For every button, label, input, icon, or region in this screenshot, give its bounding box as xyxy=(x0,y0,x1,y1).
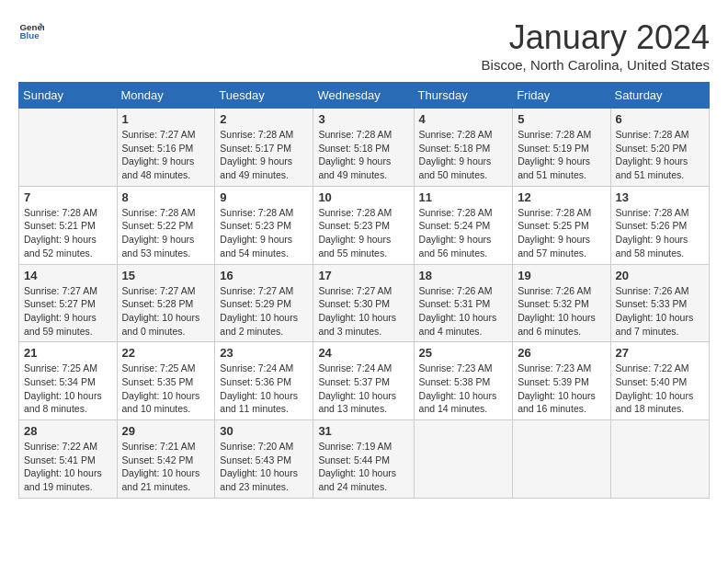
day-info: Sunrise: 7:23 AMSunset: 5:39 PMDaylight:… xyxy=(518,362,605,416)
logo-icon: General Blue xyxy=(18,18,44,44)
calendar-cell xyxy=(19,109,118,187)
calendar-week-row: 14Sunrise: 7:27 AMSunset: 5:27 PMDayligh… xyxy=(19,264,710,342)
calendar-cell: 12Sunrise: 7:28 AMSunset: 5:25 PMDayligh… xyxy=(513,186,610,264)
day-info: Sunrise: 7:28 AMSunset: 5:18 PMDaylight:… xyxy=(419,128,508,182)
day-info: Sunrise: 7:28 AMSunset: 5:26 PMDaylight:… xyxy=(616,206,704,260)
day-number: 8 xyxy=(122,190,210,204)
day-info: Sunrise: 7:21 AMSunset: 5:42 PMDaylight:… xyxy=(122,440,210,494)
calendar-cell: 16Sunrise: 7:27 AMSunset: 5:29 PMDayligh… xyxy=(215,264,313,342)
day-number: 21 xyxy=(24,346,112,360)
calendar-cell: 29Sunrise: 7:21 AMSunset: 5:42 PMDayligh… xyxy=(117,420,215,499)
day-info: Sunrise: 7:28 AMSunset: 5:25 PMDaylight:… xyxy=(518,206,605,260)
calendar-day-header: Friday xyxy=(513,83,610,109)
calendar-cell: 27Sunrise: 7:22 AMSunset: 5:40 PMDayligh… xyxy=(610,342,709,420)
day-info: Sunrise: 7:24 AMSunset: 5:37 PMDaylight:… xyxy=(318,362,408,416)
calendar-cell: 2Sunrise: 7:28 AMSunset: 5:17 PMDaylight… xyxy=(215,109,313,187)
day-info: Sunrise: 7:24 AMSunset: 5:36 PMDaylight:… xyxy=(220,362,308,416)
day-number: 5 xyxy=(518,112,605,126)
day-info: Sunrise: 7:23 AMSunset: 5:38 PMDaylight:… xyxy=(419,362,508,416)
day-number: 16 xyxy=(220,269,308,282)
calendar-cell: 28Sunrise: 7:22 AMSunset: 5:41 PMDayligh… xyxy=(19,420,118,499)
calendar-header-row: SundayMondayTuesdayWednesdayThursdayFrid… xyxy=(19,83,710,109)
day-info: Sunrise: 7:25 AMSunset: 5:34 PMDaylight:… xyxy=(24,362,112,416)
calendar-cell: 3Sunrise: 7:28 AMSunset: 5:18 PMDaylight… xyxy=(313,109,414,187)
day-info: Sunrise: 7:22 AMSunset: 5:40 PMDaylight:… xyxy=(616,362,704,416)
page-header: General Blue January 2024 Biscoe, North … xyxy=(18,18,710,73)
day-number: 27 xyxy=(616,346,704,360)
calendar-cell: 11Sunrise: 7:28 AMSunset: 5:24 PMDayligh… xyxy=(414,186,513,264)
calendar-cell: 10Sunrise: 7:28 AMSunset: 5:23 PMDayligh… xyxy=(313,186,414,264)
calendar-day-header: Tuesday xyxy=(215,83,313,109)
calendar-cell: 24Sunrise: 7:24 AMSunset: 5:37 PMDayligh… xyxy=(313,342,414,420)
calendar-day-header: Saturday xyxy=(610,83,709,109)
calendar-cell xyxy=(610,420,709,499)
day-info: Sunrise: 7:27 AMSunset: 5:29 PMDaylight:… xyxy=(220,284,308,339)
day-number: 7 xyxy=(24,190,112,204)
day-number: 28 xyxy=(24,424,112,438)
calendar-cell xyxy=(414,420,513,499)
day-info: Sunrise: 7:27 AMSunset: 5:30 PMDaylight:… xyxy=(318,284,408,339)
day-info: Sunrise: 7:28 AMSunset: 5:22 PMDaylight:… xyxy=(122,206,210,260)
day-number: 10 xyxy=(318,190,408,204)
day-number: 31 xyxy=(318,424,408,438)
svg-text:Blue: Blue xyxy=(19,30,40,40)
calendar-cell: 1Sunrise: 7:27 AMSunset: 5:16 PMDaylight… xyxy=(117,109,215,187)
calendar-cell: 19Sunrise: 7:26 AMSunset: 5:32 PMDayligh… xyxy=(513,264,610,342)
day-number: 23 xyxy=(220,346,308,360)
day-number: 6 xyxy=(616,112,704,126)
day-number: 20 xyxy=(616,269,704,282)
day-info: Sunrise: 7:28 AMSunset: 5:19 PMDaylight:… xyxy=(518,128,605,182)
day-info: Sunrise: 7:28 AMSunset: 5:20 PMDaylight:… xyxy=(616,128,704,182)
day-info: Sunrise: 7:28 AMSunset: 5:18 PMDaylight:… xyxy=(318,128,408,182)
day-number: 3 xyxy=(318,112,408,126)
calendar-day-header: Wednesday xyxy=(313,83,414,109)
day-info: Sunrise: 7:22 AMSunset: 5:41 PMDaylight:… xyxy=(24,440,112,494)
calendar-cell: 31Sunrise: 7:19 AMSunset: 5:44 PMDayligh… xyxy=(313,420,414,499)
day-info: Sunrise: 7:28 AMSunset: 5:23 PMDaylight:… xyxy=(220,206,308,260)
day-number: 14 xyxy=(24,269,112,282)
calendar-cell: 13Sunrise: 7:28 AMSunset: 5:26 PMDayligh… xyxy=(610,186,709,264)
calendar-cell: 6Sunrise: 7:28 AMSunset: 5:20 PMDaylight… xyxy=(610,109,709,187)
location: Biscoe, North Carolina, United States xyxy=(482,57,710,73)
calendar-cell: 25Sunrise: 7:23 AMSunset: 5:38 PMDayligh… xyxy=(414,342,513,420)
calendar-cell: 14Sunrise: 7:27 AMSunset: 5:27 PMDayligh… xyxy=(19,264,118,342)
day-number: 30 xyxy=(220,424,308,438)
calendar-cell: 21Sunrise: 7:25 AMSunset: 5:34 PMDayligh… xyxy=(19,342,118,420)
calendar-cell: 20Sunrise: 7:26 AMSunset: 5:33 PMDayligh… xyxy=(610,264,709,342)
day-number: 25 xyxy=(419,346,508,360)
day-number: 9 xyxy=(220,190,308,204)
day-info: Sunrise: 7:28 AMSunset: 5:23 PMDaylight:… xyxy=(318,206,408,260)
calendar-day-header: Monday xyxy=(117,83,215,109)
calendar-cell: 4Sunrise: 7:28 AMSunset: 5:18 PMDaylight… xyxy=(414,109,513,187)
day-info: Sunrise: 7:25 AMSunset: 5:35 PMDaylight:… xyxy=(122,362,210,416)
calendar-cell: 8Sunrise: 7:28 AMSunset: 5:22 PMDaylight… xyxy=(117,186,215,264)
calendar-cell: 18Sunrise: 7:26 AMSunset: 5:31 PMDayligh… xyxy=(414,264,513,342)
calendar-week-row: 21Sunrise: 7:25 AMSunset: 5:34 PMDayligh… xyxy=(19,342,710,420)
calendar-day-header: Sunday xyxy=(19,83,118,109)
calendar-cell: 30Sunrise: 7:20 AMSunset: 5:43 PMDayligh… xyxy=(215,420,313,499)
day-number: 13 xyxy=(616,190,704,204)
day-info: Sunrise: 7:28 AMSunset: 5:17 PMDaylight:… xyxy=(220,128,308,182)
calendar-cell: 9Sunrise: 7:28 AMSunset: 5:23 PMDaylight… xyxy=(215,186,313,264)
calendar-cell: 15Sunrise: 7:27 AMSunset: 5:28 PMDayligh… xyxy=(117,264,215,342)
day-number: 18 xyxy=(419,269,508,282)
day-number: 4 xyxy=(419,112,508,126)
day-number: 19 xyxy=(518,269,605,282)
day-number: 1 xyxy=(122,112,210,126)
logo: General Blue xyxy=(18,18,44,44)
title-block: January 2024 Biscoe, North Carolina, Uni… xyxy=(482,18,710,73)
calendar-week-row: 7Sunrise: 7:28 AMSunset: 5:21 PMDaylight… xyxy=(19,186,710,264)
day-info: Sunrise: 7:19 AMSunset: 5:44 PMDaylight:… xyxy=(318,440,408,494)
calendar-cell: 5Sunrise: 7:28 AMSunset: 5:19 PMDaylight… xyxy=(513,109,610,187)
day-number: 29 xyxy=(122,424,210,438)
calendar-cell: 26Sunrise: 7:23 AMSunset: 5:39 PMDayligh… xyxy=(513,342,610,420)
day-number: 24 xyxy=(318,346,408,360)
day-info: Sunrise: 7:26 AMSunset: 5:31 PMDaylight:… xyxy=(419,284,508,339)
day-number: 11 xyxy=(419,190,508,204)
day-number: 2 xyxy=(220,112,308,126)
day-number: 17 xyxy=(318,269,408,282)
calendar-cell: 7Sunrise: 7:28 AMSunset: 5:21 PMDaylight… xyxy=(19,186,118,264)
day-info: Sunrise: 7:27 AMSunset: 5:27 PMDaylight:… xyxy=(24,284,112,339)
calendar-cell: 22Sunrise: 7:25 AMSunset: 5:35 PMDayligh… xyxy=(117,342,215,420)
calendar-day-header: Thursday xyxy=(414,83,513,109)
